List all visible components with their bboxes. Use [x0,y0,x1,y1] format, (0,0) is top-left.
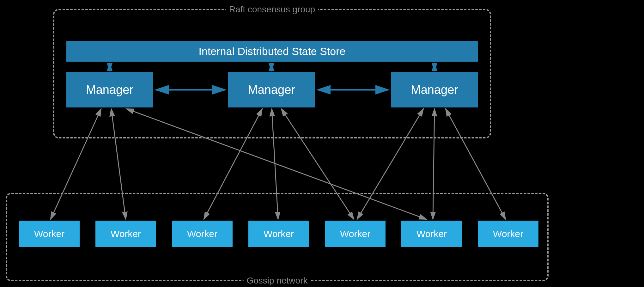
worker-node-7: Worker [478,221,538,247]
worker-node-1: Worker [19,221,80,247]
worker-node-5: Worker [325,221,386,247]
worker-label: Worker [111,229,141,239]
worker-label: Worker [416,229,447,239]
worker-node-2: Worker [95,221,156,247]
manager-node-1: Manager [66,72,153,107]
manager-node-3: Manager [391,72,478,107]
worker-label: Worker [34,229,64,239]
worker-node-6: Worker [401,221,462,247]
worker-label: Worker [340,229,370,239]
gossip-network-label: Gossip network [244,276,311,286]
worker-label: Worker [187,229,217,239]
manager-label: Manager [86,83,133,97]
state-store-box: Internal Distributed State Store [66,41,478,62]
manager-label: Manager [411,83,458,97]
worker-node-4: Worker [248,221,309,247]
worker-label: Worker [493,229,523,239]
manager-label: Manager [248,83,295,97]
state-store-label: Internal Distributed State Store [199,45,346,58]
manager-node-2: Manager [228,72,315,107]
worker-label: Worker [264,229,294,239]
raft-group-label: Raft consensus group [226,4,318,15]
worker-node-3: Worker [172,221,233,247]
